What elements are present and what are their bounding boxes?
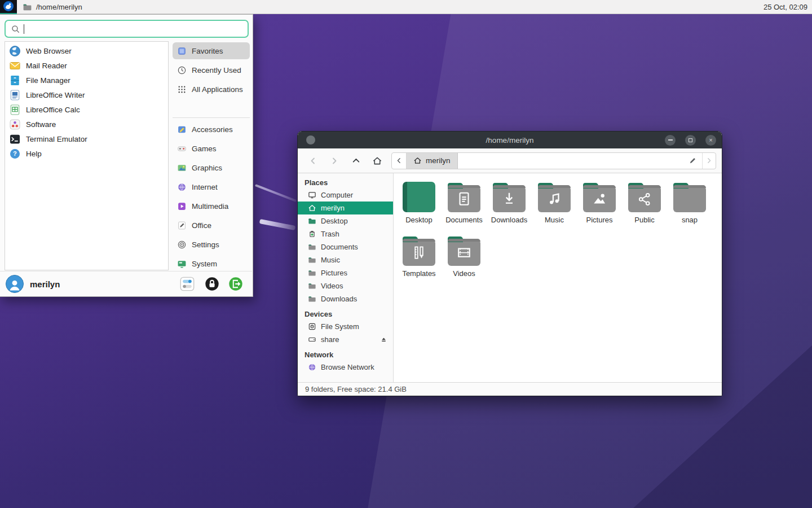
category-label: Games	[192, 144, 217, 153]
sidebar-place-item[interactable]: Documents	[298, 240, 393, 253]
menu-view-item[interactable]: All Applications	[173, 81, 250, 98]
app-label: Terminal Emulator	[26, 135, 87, 143]
sidebar-place-item[interactable]: Videos	[298, 279, 393, 292]
disk-icon	[308, 322, 316, 331]
close-button[interactable]: ×	[705, 135, 716, 146]
folder-icon	[403, 240, 435, 266]
app-list-item[interactable]: LibreOffice Writer	[5, 87, 168, 102]
file-manager-icon	[9, 75, 21, 86]
mail-reader-icon	[9, 60, 21, 72]
lock-screen-button[interactable]	[205, 277, 219, 291]
app-list-item[interactable]: Software	[5, 117, 168, 132]
menu-category-item[interactable]: Settings	[173, 235, 250, 254]
sidebar-place-item[interactable]: Downloads	[298, 292, 393, 305]
sidebar-place-item[interactable]: Desktop	[298, 214, 393, 227]
sidebar-device-item[interactable]: share	[298, 333, 393, 346]
film-icon	[454, 243, 474, 263]
menu-category-item[interactable]: Accessories	[173, 120, 250, 139]
menu-category-item[interactable]: Multimedia	[173, 196, 250, 216]
software-icon	[9, 119, 21, 130]
folder-green-icon	[308, 217, 316, 225]
folder-icon	[308, 269, 316, 277]
menu-category-item[interactable]: Office	[173, 216, 250, 235]
taskbar-window-button[interactable]: /home/merilyn	[17, 0, 88, 14]
sidebar-device-item[interactable]: File System	[298, 320, 393, 333]
folder-item[interactable]: Templates	[396, 235, 442, 288]
file-icon-view[interactable]: Desktop Documents Downloads	[394, 173, 722, 382]
sidebar-item-label: merilyn	[321, 204, 345, 212]
pathbar-edit-button[interactable]	[683, 153, 702, 169]
folder-icon	[403, 182, 435, 212]
titlebar[interactable]: /home/merilyn ×	[298, 132, 722, 148]
view-label: Favorites	[192, 47, 223, 55]
log-out-button[interactable]	[228, 277, 243, 291]
pathbar-scroll-left-button[interactable]	[392, 153, 407, 169]
sidebar-network-item[interactable]: Browse Network	[298, 361, 393, 374]
wallpaper-streak	[255, 184, 297, 202]
category-label: System	[192, 260, 217, 268]
toolbar: merilyn	[298, 148, 722, 173]
menu-category-item[interactable]: Internet	[173, 177, 250, 196]
folder-label: Templates	[402, 269, 435, 278]
menu-category-item[interactable]: Games	[173, 139, 250, 158]
app-list-item[interactable]: LibreOffice Calc	[5, 102, 168, 117]
app-label: Mail Reader	[26, 62, 67, 70]
folder-item[interactable]: Music	[532, 181, 577, 235]
applications-menu-button[interactable]	[0, 0, 17, 14]
sidebar-place-item[interactable]: Music	[298, 253, 393, 266]
folder-item[interactable]: Videos	[442, 235, 487, 288]
folder-label: Desktop	[405, 216, 433, 224]
app-list-item[interactable]: Terminal Emulator	[5, 132, 168, 146]
sidebar-place-item[interactable]: merilyn	[298, 202, 393, 214]
menu-category-item[interactable]: Graphics	[173, 158, 250, 177]
folder-label: Public	[634, 216, 654, 224]
app-list-item[interactable]: Help	[5, 146, 168, 161]
accessories-icon	[177, 125, 187, 134]
sidebar-place-item[interactable]: Trash	[298, 227, 393, 240]
home-button[interactable]	[368, 152, 387, 169]
desktop: /home/merilyn 25 Oct, 02:09 Web Browser …	[0, 0, 812, 508]
menu-category-item[interactable]: System	[173, 254, 250, 273]
eject-icon[interactable]	[380, 336, 387, 343]
folder-item[interactable]: Downloads	[487, 181, 532, 235]
sidebar-item-label: Browse Network	[321, 363, 374, 371]
folder-icon	[673, 186, 706, 212]
menu-view-item[interactable]: Recently Used	[173, 62, 250, 78]
recently-used-icon	[177, 65, 187, 75]
pathbar-scroll-right-button[interactable]	[702, 153, 716, 169]
folder-item[interactable]: Desktop	[396, 181, 442, 235]
folder-item[interactable]: snap	[667, 181, 712, 235]
network-header: Network	[298, 349, 393, 361]
search-input[interactable]	[24, 24, 242, 34]
breadcrumb-home-button[interactable]: merilyn	[407, 153, 458, 169]
avatar[interactable]	[6, 275, 24, 293]
app-list-item[interactable]: Web Browser	[5, 43, 168, 58]
folder-item[interactable]: Pictures	[577, 181, 622, 235]
app-list-item[interactable]: Mail Reader	[5, 58, 168, 73]
window-menu-button[interactable]	[306, 135, 315, 144]
sidebar: Places Computer merilyn Desk	[298, 173, 394, 382]
places-list: Computer merilyn Desktop Tras	[298, 189, 393, 305]
path-bar: merilyn	[391, 152, 716, 169]
folder-item[interactable]: Public	[622, 181, 667, 235]
settings-toggles-button[interactable]	[180, 277, 195, 291]
sidebar-place-item[interactable]: Pictures	[298, 266, 393, 279]
search-box[interactable]	[5, 20, 249, 38]
search-icon	[11, 24, 20, 34]
folder-label: Downloads	[491, 216, 527, 224]
sidebar-place-item[interactable]: Computer	[298, 189, 393, 202]
back-button[interactable]	[303, 152, 323, 169]
minimize-button[interactable]	[665, 135, 676, 146]
forward-button[interactable]	[325, 152, 344, 169]
img-icon	[589, 189, 610, 209]
menu-view-item[interactable]: Favorites	[173, 42, 250, 59]
clock[interactable]: 25 Oct, 02:09	[764, 3, 807, 11]
pathbar-empty-space[interactable]	[458, 153, 683, 169]
chevron-up-icon	[351, 156, 361, 165]
up-button[interactable]	[346, 152, 365, 169]
category-label: Multimedia	[192, 202, 228, 211]
maximize-button[interactable]	[685, 135, 696, 146]
folder-item[interactable]: Documents	[442, 181, 487, 235]
web-browser-icon	[9, 45, 21, 57]
app-list-item[interactable]: File Manager	[5, 73, 168, 87]
